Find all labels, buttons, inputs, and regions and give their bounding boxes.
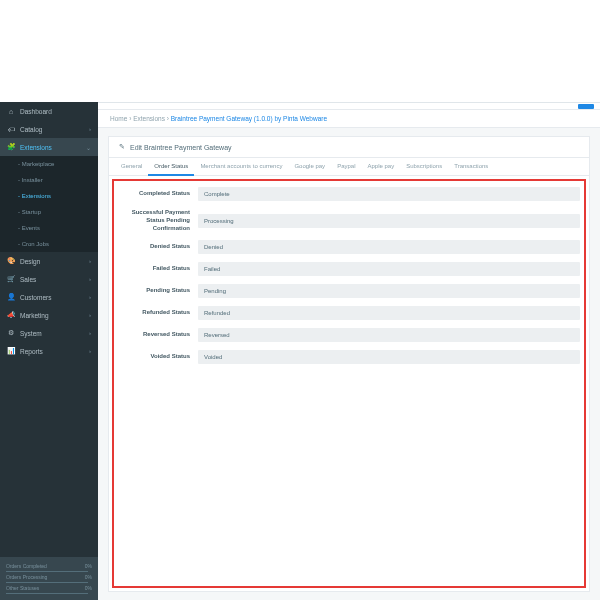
form-row: Reversed StatusReversed bbox=[118, 328, 580, 342]
chevron-icon: › bbox=[89, 258, 91, 264]
sidebar-item-dashboard[interactable]: ⌂Dashboard bbox=[0, 102, 98, 120]
form-label: Reversed Status bbox=[118, 331, 198, 339]
sidebar-sub-startup[interactable]: - Startup bbox=[0, 204, 98, 220]
panel-header: ✎ Edit Braintree Payment Gateway bbox=[109, 137, 589, 158]
form-field: Pending bbox=[198, 284, 580, 298]
form-label: Successful Payment Status Pending Confir… bbox=[118, 209, 198, 232]
status-select[interactable]: Refunded bbox=[198, 306, 580, 320]
app-root: ⌂Dashboard🏷Catalog›🧩Extensions⌄- Marketp… bbox=[0, 102, 600, 600]
tab-merchant-accounts-to-currency[interactable]: Merchant accounts to currency bbox=[194, 158, 288, 175]
status-select[interactable]: Complete bbox=[198, 187, 580, 201]
status-select[interactable]: Pending bbox=[198, 284, 580, 298]
sidebar-sub-extensions[interactable]: - Extensions bbox=[0, 188, 98, 204]
footer-label: Orders Completed bbox=[6, 563, 47, 569]
footer-val: 0% bbox=[85, 574, 92, 580]
save-button[interactable] bbox=[578, 104, 594, 109]
tab-bar: GeneralOrder StatusMerchant accounts to … bbox=[109, 158, 589, 176]
nav-label: Design bbox=[20, 258, 40, 265]
nav-icon: 🧩 bbox=[7, 143, 15, 151]
tab-paypal[interactable]: Paypal bbox=[331, 158, 361, 175]
sidebar-item-extensions[interactable]: 🧩Extensions⌄ bbox=[0, 138, 98, 156]
nav-icon: 📊 bbox=[7, 347, 15, 355]
tab-apple-pay[interactable]: Apple pay bbox=[361, 158, 400, 175]
chevron-icon: › bbox=[89, 126, 91, 132]
nav-label: Catalog bbox=[20, 126, 42, 133]
nav-sub-label: - Cron Jobs bbox=[18, 241, 49, 247]
nav-icon: 🛒 bbox=[7, 275, 15, 283]
form-label: Completed Status bbox=[118, 190, 198, 198]
top-strip bbox=[98, 103, 600, 110]
form-field: Refunded bbox=[198, 306, 580, 320]
chevron-icon: › bbox=[89, 276, 91, 282]
tab-general[interactable]: General bbox=[115, 158, 148, 175]
sidebar-item-marketing[interactable]: 📣Marketing› bbox=[0, 306, 98, 324]
nav-icon: 📣 bbox=[7, 311, 15, 319]
chevron-icon: › bbox=[89, 294, 91, 300]
nav-label: Reports bbox=[20, 348, 43, 355]
sidebar-item-reports[interactable]: 📊Reports› bbox=[0, 342, 98, 360]
tab-transactions[interactable]: Transactions bbox=[448, 158, 494, 175]
status-select[interactable]: Reversed bbox=[198, 328, 580, 342]
form-label: Refunded Status bbox=[118, 309, 198, 317]
nav-sub-label: - Events bbox=[18, 225, 40, 231]
sidebar-item-design[interactable]: 🎨Design› bbox=[0, 252, 98, 270]
sidebar-item-system[interactable]: ⚙System› bbox=[0, 324, 98, 342]
form-field: Denied bbox=[198, 240, 580, 254]
footer-label: Other Statuses bbox=[6, 585, 39, 591]
form-row: Denied StatusDenied bbox=[118, 240, 580, 254]
breadcrumb-extensions[interactable]: Extensions bbox=[133, 115, 165, 122]
status-select[interactable]: Processing bbox=[198, 214, 580, 228]
form-row: Completed StatusComplete bbox=[118, 187, 580, 201]
form-row: Refunded StatusRefunded bbox=[118, 306, 580, 320]
nav-label: Marketing bbox=[20, 312, 49, 319]
nav-icon: ⌂ bbox=[7, 107, 15, 115]
sidebar-sub-marketplace[interactable]: - Marketplace bbox=[0, 156, 98, 172]
form-label: Pending Status bbox=[118, 287, 198, 295]
form-field: Voided bbox=[198, 350, 580, 364]
form-field: Complete bbox=[198, 187, 580, 201]
nav-sub-label: - Extensions bbox=[18, 193, 51, 199]
nav-icon: 🏷 bbox=[7, 125, 15, 133]
panel-title: Edit Braintree Payment Gateway bbox=[130, 144, 232, 151]
chevron-icon: ⌄ bbox=[86, 144, 91, 151]
sidebar-sub-events[interactable]: - Events bbox=[0, 220, 98, 236]
footer-label: Orders Processing bbox=[6, 574, 47, 580]
breadcrumb-current[interactable]: Braintree Payment Gateway (1.0.0) by Pin… bbox=[171, 115, 327, 122]
nav-icon: ⚙ bbox=[7, 329, 15, 337]
pencil-icon: ✎ bbox=[119, 143, 125, 151]
nav-label: Dashboard bbox=[20, 108, 52, 115]
form-label: Failed Status bbox=[118, 265, 198, 273]
main-content: Home › Extensions › Braintree Payment Ga… bbox=[98, 102, 600, 600]
form-label: Denied Status bbox=[118, 243, 198, 251]
form-row: Successful Payment Status Pending Confir… bbox=[118, 209, 580, 232]
form-row: Voided StatusVoided bbox=[118, 350, 580, 364]
footer-val: 0% bbox=[85, 585, 92, 591]
chevron-icon: › bbox=[89, 312, 91, 318]
sidebar-submenu: - Marketplace- Installer- Extensions- St… bbox=[0, 156, 98, 252]
tab-subscriptions[interactable]: Subscriptions bbox=[400, 158, 448, 175]
nav-label: System bbox=[20, 330, 42, 337]
sidebar-item-customers[interactable]: 👤Customers› bbox=[0, 288, 98, 306]
status-select[interactable]: Denied bbox=[198, 240, 580, 254]
status-select[interactable]: Failed bbox=[198, 262, 580, 276]
breadcrumb: Home › Extensions › Braintree Payment Ga… bbox=[98, 110, 600, 128]
sidebar-sub-installer[interactable]: - Installer bbox=[0, 172, 98, 188]
breadcrumb-home[interactable]: Home bbox=[110, 115, 127, 122]
footer-val: 0% bbox=[85, 563, 92, 569]
form-field: Failed bbox=[198, 262, 580, 276]
chevron-icon: › bbox=[89, 330, 91, 336]
tab-google-pay[interactable]: Google pay bbox=[288, 158, 331, 175]
sidebar-item-sales[interactable]: 🛒Sales› bbox=[0, 270, 98, 288]
form-row: Failed StatusFailed bbox=[118, 262, 580, 276]
sidebar-sub-cron-jobs[interactable]: - Cron Jobs bbox=[0, 236, 98, 252]
form-row: Pending StatusPending bbox=[118, 284, 580, 298]
sidebar: ⌂Dashboard🏷Catalog›🧩Extensions⌄- Marketp… bbox=[0, 102, 98, 600]
nav-label: Extensions bbox=[20, 144, 52, 151]
tab-order-status[interactable]: Order Status bbox=[148, 158, 194, 176]
form-area: Completed StatusCompleteSuccessful Payme… bbox=[112, 179, 586, 588]
status-select[interactable]: Voided bbox=[198, 350, 580, 364]
nav-icon: 🎨 bbox=[7, 257, 15, 265]
sidebar-footer: Orders Completed0% Orders Processing0% O… bbox=[0, 557, 98, 600]
sidebar-item-catalog[interactable]: 🏷Catalog› bbox=[0, 120, 98, 138]
nav-sub-label: - Marketplace bbox=[18, 161, 54, 167]
